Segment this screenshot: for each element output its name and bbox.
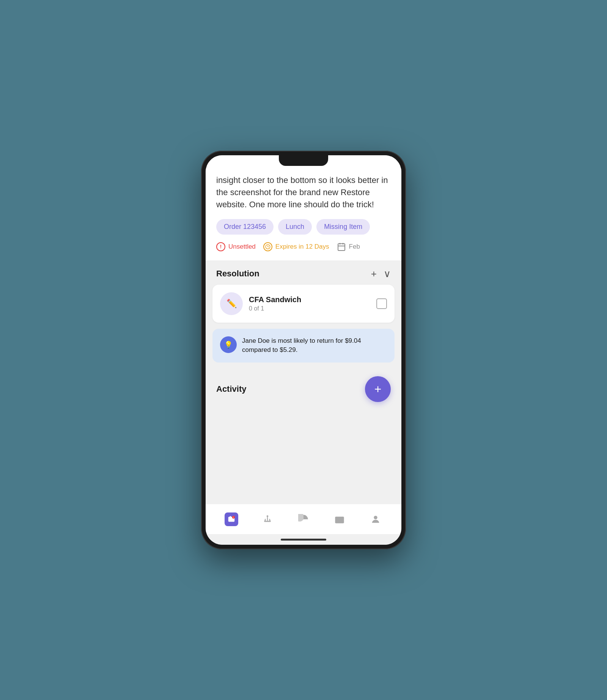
resolution-info: CFA Sandwich 0 of 1 (249, 295, 301, 312)
expires-label: Expires in 12 Days (275, 243, 329, 251)
lightbulb-icon: 💡 (224, 341, 233, 349)
svg-rect-12 (335, 517, 344, 523)
resolution-checkbox[interactable] (376, 298, 387, 309)
notch (279, 155, 328, 166)
top-section: insight closer to the bottom so it looks… (206, 155, 401, 260)
calendar-icon (337, 242, 346, 251)
resolution-left: ✏️ CFA Sandwich 0 of 1 (220, 292, 301, 315)
unsettled-label: Unsettled (228, 243, 256, 251)
svg-rect-1 (338, 244, 345, 251)
insight-text: Jane Doe is most likely to return for $9… (242, 336, 387, 355)
activity-title: Activity (216, 384, 246, 394)
nav-item-chart[interactable] (292, 509, 315, 529)
status-date: Feb (337, 242, 360, 251)
insight-card: 💡 Jane Doe is most likely to return for … (212, 329, 395, 363)
main-content: Resolution + ∨ ✏️ CFA Sandwich 0 o (206, 260, 401, 504)
alert-circle-icon: ! (216, 242, 225, 251)
pencil-icon: ✏️ (226, 299, 237, 309)
pencil-icon-bg: ✏️ (220, 292, 243, 315)
item-count: 0 of 1 (249, 305, 301, 312)
date-label: Feb (349, 243, 360, 251)
svg-rect-14 (340, 518, 343, 519)
home-bar (281, 539, 326, 541)
tag-lunch[interactable]: Lunch (278, 219, 312, 235)
screen-content: insight closer to the bottom so it looks… (206, 155, 401, 545)
svg-point-16 (374, 516, 377, 519)
resolution-actions: + ∨ (371, 269, 391, 279)
resolution-add-button[interactable]: + (371, 269, 377, 279)
insight-icon-bg: 💡 (220, 336, 237, 353)
status-row: ! Unsettled Expires in 12 Days (216, 242, 391, 251)
svg-point-9 (266, 515, 268, 517)
resolution-section-header: Resolution + ∨ (206, 260, 401, 285)
activity-section: Activity + (206, 370, 401, 410)
activity-add-button[interactable]: + (365, 376, 391, 402)
resolution-collapse-button[interactable]: ∨ (384, 269, 391, 279)
clock-icon (263, 242, 272, 251)
home-indicator (206, 534, 401, 545)
description-text: insight closer to the bottom so it looks… (216, 174, 391, 211)
fab-plus-icon: + (374, 383, 382, 395)
bottom-nav: ! (206, 504, 401, 534)
nav-item-profile-badge[interactable] (328, 509, 351, 529)
tags-row: Order 123456 Lunch Missing Item (216, 219, 391, 235)
chart-icon (297, 512, 310, 526)
resolution-card[interactable]: ✏️ CFA Sandwich 0 of 1 (212, 285, 395, 323)
resolution-title: Resolution (216, 269, 259, 279)
profile-badge-icon (333, 512, 346, 526)
status-unsettled: ! Unsettled (216, 242, 256, 251)
svg-text:!: ! (233, 516, 234, 519)
phone-screen: insight closer to the bottom so it looks… (206, 155, 401, 545)
nav-item-alerts[interactable]: ! (220, 509, 243, 529)
svg-point-13 (337, 518, 339, 521)
status-expires: Expires in 12 Days (263, 242, 329, 251)
item-name: CFA Sandwich (249, 295, 301, 304)
tag-missing-item[interactable]: Missing Item (316, 219, 370, 235)
svg-rect-15 (340, 520, 342, 521)
tag-order[interactable]: Order 123456 (216, 219, 274, 235)
nav-item-person[interactable] (364, 509, 387, 529)
nav-item-scale[interactable] (256, 509, 279, 529)
scale-icon (261, 512, 274, 526)
svg-rect-6 (230, 516, 231, 517)
person-icon (369, 512, 382, 526)
alerts-icon: ! (225, 512, 238, 526)
phone-frame: insight closer to the bottom so it looks… (201, 151, 406, 549)
